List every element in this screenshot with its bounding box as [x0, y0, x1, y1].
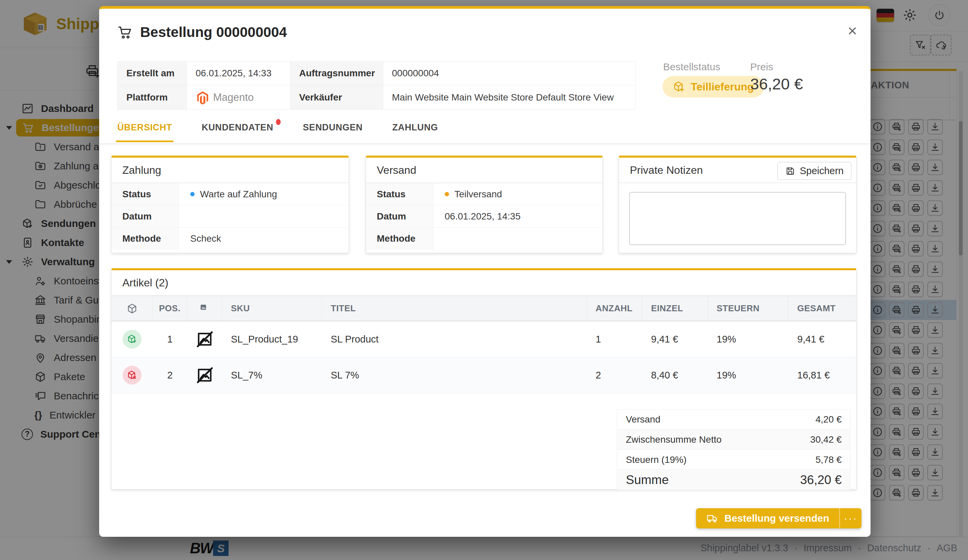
summary-value: 5,78 € — [816, 454, 842, 465]
article-total: 9,41 € — [789, 321, 856, 357]
payment-method-value: Scheck — [190, 233, 221, 244]
shipping-method-label: Methode — [366, 227, 433, 250]
payment-card: Zahlung StatusWarte auf Zahlung Datum Me… — [111, 156, 349, 253]
article-pos: 2 — [152, 357, 187, 393]
col-total: GESAMT — [789, 296, 856, 321]
notes-card-title: Private Notizen — [630, 164, 703, 176]
shipping-card-title: Versand — [366, 157, 602, 183]
truck-icon — [706, 512, 718, 524]
shipping-date-value: 06.01.2025, 14:35 — [445, 211, 520, 222]
article-total: 16,81 € — [789, 357, 856, 393]
col-unit: EINZEL — [642, 296, 708, 321]
order-number-value: 000000004 — [383, 61, 635, 85]
package-check-icon — [123, 330, 141, 349]
image-column-icon — [187, 296, 222, 321]
status-dot-blue — [190, 192, 195, 196]
modal-tabs: ÜBERSICHT KUNDENDATEN SENDUNGEN ZAHLUNG — [117, 123, 438, 141]
send-order-button[interactable]: Bestellung versenden — [696, 508, 839, 529]
article-unit-price: 9,41 € — [642, 321, 708, 357]
article-qty: 1 — [587, 321, 642, 357]
col-title: TITEL — [322, 296, 587, 321]
payment-status-value: Warte auf Zahlung — [200, 189, 277, 200]
seller-value: Main Website Main Website Store Default … — [383, 85, 635, 109]
col-sku: SKU — [222, 296, 322, 321]
platform-label: Plattform — [118, 85, 187, 109]
notes-textarea[interactable] — [629, 192, 846, 245]
shipping-status-label: Status — [366, 183, 433, 205]
tab-sendungen[interactable]: SENDUNGEN — [303, 123, 363, 141]
tabs-divider — [99, 144, 870, 144]
summary-total-label: Summe — [626, 473, 668, 487]
article-row[interactable]: 1 SL_Product_19 SL Product 1 9,41 € 19% … — [111, 321, 856, 357]
magento-logo-icon — [196, 90, 210, 104]
image-off-icon — [187, 321, 222, 357]
col-pos: POS. — [152, 296, 187, 321]
article-sku: SL_7% — [222, 357, 322, 393]
payment-date-label: Datum — [111, 205, 179, 227]
articles-card-title: Artikel (2) — [111, 270, 856, 296]
article-unit-price: 8,40 € — [642, 357, 708, 393]
status-dot-orange — [445, 192, 449, 196]
page-title: Bestellung 000000004 — [140, 24, 287, 40]
save-icon — [785, 166, 795, 176]
article-tax: 19% — [708, 357, 789, 393]
order-summary: Versand4,20 € Zwischensumme Netto30,42 €… — [617, 409, 851, 490]
price-label: Preis — [750, 61, 773, 73]
article-sku: SL_Product_19 — [222, 321, 322, 357]
order-info-table: Erstellt am 06.01.2025, 14:33 Auftragsnu… — [117, 61, 636, 109]
notification-dot — [276, 119, 281, 125]
tab-kundendaten[interactable]: KUNDENDATEN — [202, 123, 273, 141]
shipping-status-value: Teilversand — [454, 189, 502, 200]
payment-method-label: Methode — [111, 227, 179, 250]
screen: AKTION — [0, 0, 968, 560]
modal-title-row: Bestellung 000000004 — [117, 24, 287, 40]
articles-card: Artikel (2) POS. SKU TITEL ANZAHL EINZEL… — [111, 268, 857, 489]
order-detail-modal: × Bestellung 000000004 Erstellt am 06.01… — [99, 6, 870, 537]
package-column-icon — [111, 296, 152, 321]
payment-status-label: Status — [111, 183, 179, 205]
article-qty: 2 — [587, 357, 642, 393]
status-badge: Teillieferung — [663, 76, 764, 98]
summary-label: Versand — [626, 414, 660, 425]
order-status-label: Bestellstatus — [663, 61, 720, 73]
summary-total-value: 36,20 € — [800, 473, 842, 487]
package-plus-icon — [673, 80, 685, 93]
article-title: SL 7% — [322, 357, 587, 393]
image-off-icon — [187, 357, 222, 393]
platform-value: Magento — [187, 85, 290, 109]
summary-label: Steuern (19%) — [626, 454, 687, 465]
package-x-icon — [123, 366, 141, 384]
article-tax: 19% — [708, 321, 789, 357]
notes-card: Private Notizen Speichern — [619, 156, 857, 253]
col-tax: STEUERN — [708, 296, 789, 321]
tab-zahlung[interactable]: ZAHLUNG — [392, 123, 438, 141]
summary-label: Zwischensumme Netto — [626, 434, 722, 445]
summary-value: 4,20 € — [816, 414, 842, 425]
created-value: 06.01.2025, 14:33 — [187, 61, 290, 85]
article-row[interactable]: 2 SL_7% SL 7% 2 8,40 € 19% 16,81 € — [111, 357, 856, 393]
send-order-button-group: Bestellung versenden ··· — [696, 508, 862, 529]
created-label: Erstellt am — [118, 61, 187, 85]
price-value: 36,20 € — [750, 75, 803, 93]
cart-icon — [117, 25, 133, 40]
articles-table-header: POS. SKU TITEL ANZAHL EINZEL STEUERN GES… — [111, 296, 856, 321]
shipping-date-label: Datum — [366, 205, 433, 227]
tab-uebersicht[interactable]: ÜBERSICHT — [117, 123, 172, 141]
shipping-card: Versand StatusTeilversand Datum06.01.202… — [366, 156, 603, 253]
col-qty: ANZAHL — [587, 296, 642, 321]
summary-value: 30,42 € — [811, 434, 842, 445]
order-number-label: Auftragsnummer — [290, 61, 383, 85]
more-options-button[interactable]: ··· — [840, 508, 862, 529]
article-pos: 1 — [152, 321, 187, 357]
article-title: SL Product — [322, 321, 587, 357]
payment-card-title: Zahlung — [111, 157, 348, 183]
save-button[interactable]: Speichern — [777, 162, 851, 180]
seller-label: Verkäufer — [290, 85, 383, 109]
close-icon[interactable]: × — [848, 23, 857, 39]
